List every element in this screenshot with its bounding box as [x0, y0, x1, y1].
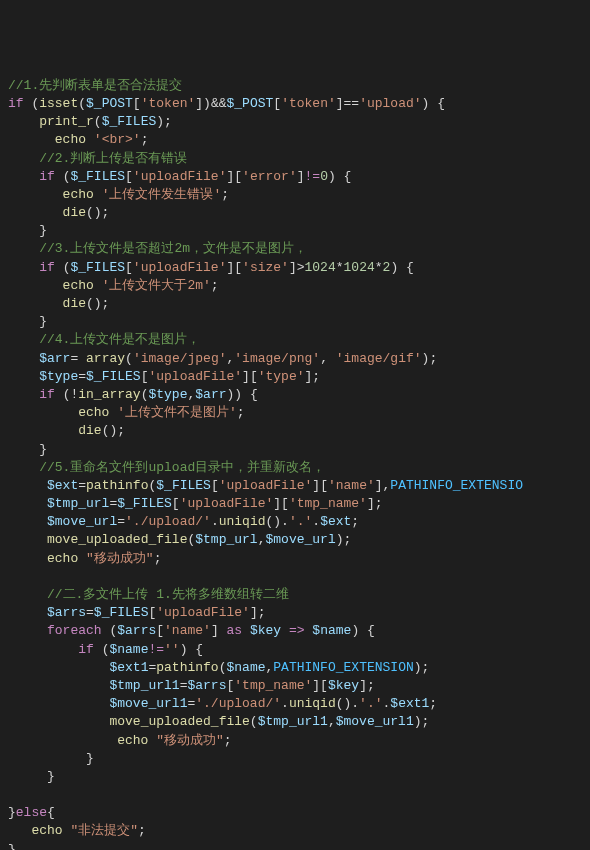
var-post: $_POST [86, 96, 133, 111]
str-token: 'token' [141, 96, 196, 111]
constant-pathinfo: PATHINFO_EXTENSIO [390, 478, 523, 493]
keyword-if: if [8, 96, 24, 111]
keyword-foreach: foreach [47, 623, 102, 638]
func-printr: print_r [39, 114, 94, 129]
keyword-else: else [16, 805, 47, 820]
func-isset: isset [39, 96, 78, 111]
code-editor[interactable]: //1.先判断表单是否合法提交 if (isset($_POST['token'… [0, 73, 590, 850]
comment: //1.先判断表单是否合法提交 [8, 78, 182, 93]
